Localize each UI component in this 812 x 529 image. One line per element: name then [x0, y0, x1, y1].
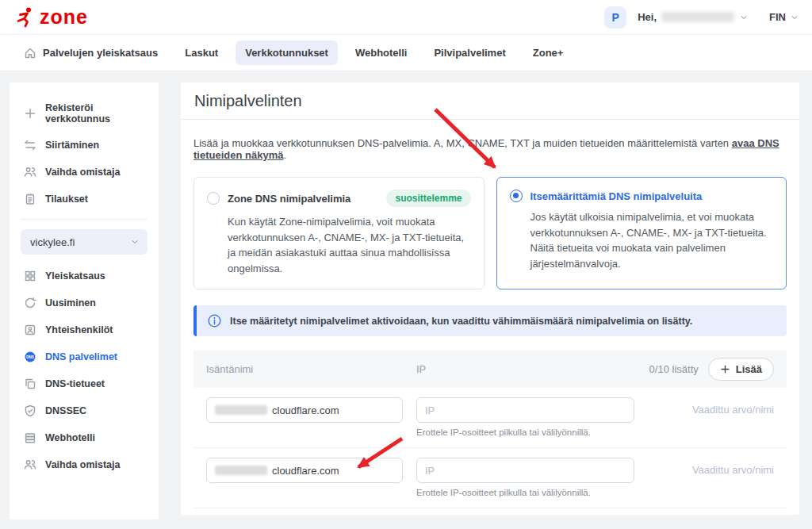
option-card-zone-dns[interactable]: Zone DNS nimipalvelimia suosittelemme Ku… [193, 177, 485, 289]
server-icon [24, 431, 36, 444]
table-row: cloudflare.com Erottele IP-osoitteet pil… [193, 448, 787, 508]
recommended-badge: suosittelemme [386, 190, 470, 207]
option-description: Kun käytät Zone-nimipalvelimia, voit muo… [228, 214, 471, 276]
blurred-hostname-prefix [215, 466, 267, 475]
main-content: Nimipalvelinten Lisää ja muokkaa verkkot… [181, 82, 799, 515]
sidebar-divider [21, 219, 147, 220]
nav-tab-webhosting[interactable]: Webhotelli [346, 40, 416, 65]
main-nav: Palvelujen yleiskatsaus Laskut Verkkotun… [0, 35, 812, 71]
sidebar-item-register-domain[interactable]: Rekisteröi verkkotunnus [21, 95, 147, 132]
users-icon [24, 458, 36, 471]
users-icon [24, 166, 36, 178]
add-nameserver-button[interactable]: Lisää [708, 358, 774, 381]
required-value-label: Vaadittu arvo/nimi [692, 458, 774, 483]
description: Lisää ja muokkaa verkkotunnuksen DNS-pal… [193, 137, 787, 161]
nav-tab-zoneplus[interactable]: Zone+ [523, 40, 573, 65]
page-title: Nimipalvelinten [194, 92, 302, 110]
ip-helper-text: Erottele IP-osoitteet pilkulla tai välil… [416, 488, 639, 497]
info-icon [208, 314, 221, 328]
shield-check-icon [24, 404, 36, 417]
home-icon [24, 47, 36, 59]
contact-card-icon [24, 324, 36, 336]
runner-icon [14, 6, 35, 28]
sidebar-item-orders[interactable]: Tilaukset [21, 186, 147, 213]
dns-globe-icon: DNS [24, 351, 36, 363]
plus-icon [24, 107, 36, 120]
refresh-icon [24, 297, 36, 309]
table-row: cloudflare.com Erottele IP-osoitteet pil… [193, 388, 787, 448]
grid-icon [24, 270, 36, 282]
blurred-hostname-prefix [215, 405, 267, 415]
sidebar-item-transfer[interactable]: Siirtäminen [21, 132, 147, 159]
sidebar: Rekisteröi verkkotunnus Siirtäminen Vaih… [10, 82, 159, 519]
nav-tab-services-overview[interactable]: Palvelujen yleiskatsaus [14, 40, 167, 66]
svg-text:DNS: DNS [26, 355, 34, 359]
nav-tab-domains[interactable]: Verkkotunnukset [236, 40, 338, 65]
hostname-input[interactable]: cloudflare.com [206, 397, 403, 423]
radio-custom-dns[interactable] [510, 190, 523, 202]
sidebar-item-dnssec[interactable]: DNSSEC [21, 397, 147, 424]
transfer-icon [24, 139, 36, 151]
language-selector[interactable]: FIN [769, 11, 799, 23]
added-count: 0/10 lisätty [649, 363, 699, 375]
option-card-custom-dns[interactable]: Itsemäärittämiä DNS nimipalveluita Jos k… [496, 177, 787, 289]
radio-zone-dns[interactable] [207, 192, 220, 205]
avatar[interactable]: P [604, 6, 626, 29]
option-description: Jos käytät ulkoisia nimipalvelimia, et v… [530, 209, 774, 271]
table-header: Isäntänimi IP 0/10 lisätty Lisää [193, 351, 787, 388]
nameserver-table: Isäntänimi IP 0/10 lisätty Lisää cloudfl… [193, 351, 787, 508]
hostname-input[interactable]: cloudflare.com [206, 458, 403, 483]
column-header-hostname: Isäntänimi [206, 363, 416, 375]
user-menu[interactable]: Hei, [638, 11, 749, 23]
logo-wordmark: zone [40, 7, 88, 27]
chevron-down-icon [130, 237, 140, 247]
zone-logo[interactable]: zone [14, 6, 88, 28]
sidebar-item-dns-servers[interactable]: DNS DNS palvelimet [21, 343, 147, 370]
ip-input[interactable] [416, 397, 634, 423]
sidebar-item-change-owner[interactable]: Vaihda omistaja [21, 159, 147, 186]
copy-icon [24, 378, 36, 390]
clipboard-icon [24, 193, 36, 205]
greeting-text: Hei, [638, 11, 657, 23]
ip-input[interactable] [416, 458, 634, 483]
language-label: FIN [769, 11, 786, 23]
column-header-ip: IP [416, 363, 639, 375]
plus-icon [720, 364, 730, 374]
domain-selector[interactable]: vickylee.fi [21, 229, 147, 255]
chevron-down-icon [739, 13, 749, 22]
sidebar-item-change-owner-domain[interactable]: Vaihda omistaja [21, 451, 147, 478]
chevron-down-icon [790, 13, 799, 22]
top-header: zone P Hei, FIN [0, 0, 812, 35]
sidebar-item-webhosting[interactable]: Webhotelli [21, 424, 147, 451]
nav-tab-invoices[interactable]: Laskut [175, 40, 228, 65]
sidebar-item-contacts[interactable]: Yhteishenkilöt [21, 316, 147, 343]
info-banner: Itse määritetyt nimipalvelimet aktivoida… [193, 305, 787, 336]
option-title: Zone DNS nimipalvelimia [228, 193, 350, 205]
sidebar-item-renewal[interactable]: Uusiminen [21, 289, 147, 316]
option-title: Itsemäärittämiä DNS nimipalveluita [530, 190, 703, 202]
required-value-label: Vaadittu arvo/nimi [692, 397, 774, 423]
sidebar-item-dns-records[interactable]: DNS-tietueet [21, 370, 147, 397]
sidebar-item-overview[interactable]: Yleiskatsaus [21, 263, 147, 289]
info-text: Itse määritetyt nimipalvelimet aktivoida… [230, 316, 692, 327]
nav-tab-cloudservers[interactable]: Pilvipalvelimet [424, 40, 515, 65]
ip-helper-text: Erottele IP-osoitteet pilkulla tai välil… [416, 427, 639, 437]
user-name-blurred [661, 12, 734, 22]
